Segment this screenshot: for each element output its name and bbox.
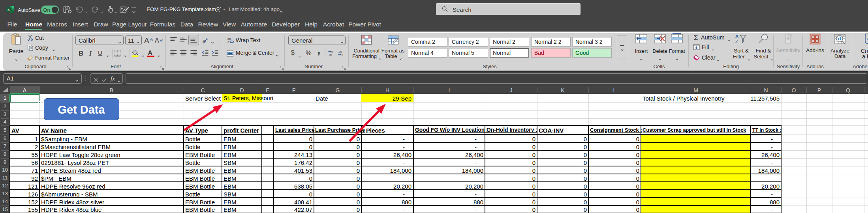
svg-text:ab: ab (202, 39, 207, 44)
svg-text:0: 0 (331, 50, 333, 53)
svg-text:0: 0 (342, 54, 343, 56)
svg-text:.00: .00 (328, 54, 332, 56)
svg-text:X: X (8, 7, 10, 12)
svg-text:.00: .00 (338, 50, 342, 53)
svg-text:c: c (227, 40, 229, 43)
svg-text:Z: Z (735, 39, 738, 44)
svg-text:A: A (735, 34, 738, 39)
